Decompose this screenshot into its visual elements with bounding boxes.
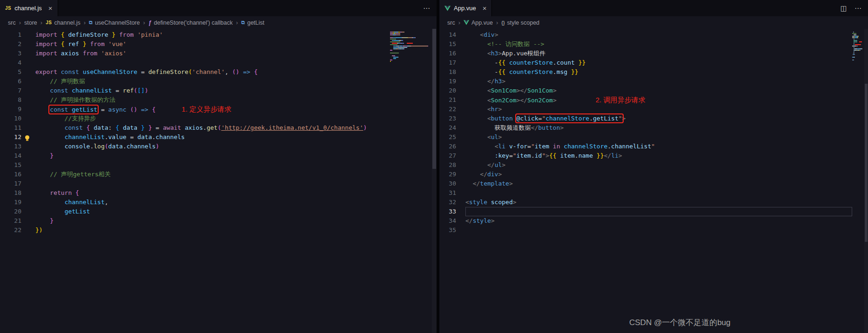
code-line[interactable]: 21 } (0, 216, 390, 226)
tab-channel-js[interactable]: JS channel.js × (0, 0, 58, 16)
more-actions-icon[interactable]: ⋯ (855, 4, 861, 13)
editor-group-right: App.vue × ◫ ⋯ src›App.vue›{}style scoped… (439, 0, 868, 333)
breadcrumb: src›store›JSchannel.js›⧉useChannelStore›… (0, 16, 437, 29)
line-number: 19 (0, 198, 21, 207)
minimap[interactable] (852, 29, 864, 333)
breadcrumb-item[interactable]: JSchannel.js (46, 20, 81, 26)
line-number: 13 (0, 142, 21, 151)
code-line[interactable]: 30 </template> (439, 179, 852, 188)
code-line[interactable]: 7 const channelList = ref([]) (0, 86, 390, 95)
line-number: 35 (439, 226, 456, 235)
code-line[interactable]: 1import { defineStore } from 'pinia' (0, 30, 390, 40)
line-number: 18 (439, 67, 456, 77)
code-line[interactable]: 33 (439, 207, 852, 216)
line-number: 16 (439, 49, 456, 58)
line-number: 14 (439, 30, 456, 40)
code-line[interactable]: 14 <div> (439, 30, 852, 40)
code-line[interactable]: 25 <ul> (439, 133, 852, 142)
more-actions-icon[interactable]: ⋯ (423, 4, 430, 13)
code-line[interactable]: 17 -{{ counterStore.count }} (439, 58, 852, 67)
breadcrumb-item[interactable]: App.vue (464, 20, 493, 26)
line-number: 25 (439, 133, 456, 142)
breadcrumb-item[interactable]: store (24, 20, 37, 26)
code-line[interactable]: 22 <hr> (439, 105, 852, 114)
tab-label: channel.js (14, 5, 42, 12)
code-line[interactable]: 15 <!-- 访问数据 --> (439, 40, 852, 49)
close-icon[interactable]: × (48, 5, 53, 12)
code-line[interactable]: 24 获取频道数据</button> (439, 123, 852, 133)
code-line[interactable]: 19 </h3> (439, 77, 852, 86)
breadcrumb-item[interactable]: {}style scoped (501, 20, 539, 26)
breadcrumb-separator: › (19, 19, 21, 26)
code-line[interactable]: 20 <Son1Com></Son1Com> (439, 86, 852, 95)
tab-bar-left: JS channel.js × ⋯ (0, 0, 437, 16)
scrollbar[interactable] (432, 29, 437, 333)
code-line[interactable]: 26 <li v-for="item in channelStore.chann… (439, 142, 852, 151)
code-line[interactable]: 19 channelList, (0, 198, 390, 207)
minimap[interactable] (390, 29, 432, 333)
line-number: 10 (0, 114, 21, 123)
code-line[interactable]: 18 return { (0, 188, 390, 198)
lightbulb-icon[interactable] (25, 135, 29, 140)
scrollbar-thumb[interactable] (432, 29, 436, 169)
line-number: 31 (439, 188, 456, 198)
scrollbar-thumb[interactable] (865, 84, 868, 242)
code-line[interactable]: 10 //支持异步 (0, 114, 390, 123)
scrollbar[interactable] (864, 29, 868, 333)
line-number: 9 (0, 105, 21, 114)
line-number: 17 (439, 58, 456, 67)
breadcrumb-item[interactable]: src (8, 20, 16, 26)
code-line[interactable]: 12 channelList.value = data.channels (0, 133, 390, 142)
code-line[interactable]: 5export const useChannelStore = defineSt… (0, 67, 390, 77)
code-line[interactable]: 29 </div> (439, 170, 852, 179)
code-editor-right[interactable]: 14 <div>15 <!-- 访问数据 -->16 <h3>App.vue根组… (439, 29, 868, 333)
watermark: CSDN @一个微不足道的bug (629, 317, 731, 328)
code-line[interactable]: 3import axios from 'axios' (0, 49, 390, 58)
line-number: 8 (0, 95, 21, 105)
code-line[interactable]: 8 // 声明操作数据的方法 (0, 95, 390, 105)
breadcrumb-item[interactable]: ⧉getList (241, 20, 264, 26)
code-line[interactable]: 11 const { data: { data } } = await axio… (0, 123, 390, 133)
code-line[interactable]: 16 // 声明getters相关 (0, 170, 390, 179)
code-line[interactable]: 17 (0, 179, 390, 188)
code-line[interactable]: 27 :key="item.id">{{ item.name }}</li> (439, 151, 852, 160)
code-line[interactable]: 31 (439, 188, 852, 198)
code-line[interactable]: 15 (0, 160, 390, 170)
line-number: 32 (439, 198, 456, 207)
line-number: 27 (439, 151, 456, 160)
split-editor-icon[interactable]: ◫ (841, 4, 847, 13)
line-number: 22 (439, 105, 456, 114)
code-area[interactable]: 1import { defineStore } from 'pinia'2imp… (0, 29, 390, 333)
code-line[interactable]: 35 (439, 226, 852, 235)
breadcrumb-item[interactable]: ƒdefineStore('channel') callback (148, 20, 233, 26)
code-line[interactable]: 14 } (0, 151, 390, 160)
annotation-text: 1. 定义异步请求 (182, 105, 231, 113)
breadcrumb-separator: › (40, 19, 42, 26)
code-line[interactable]: 32<style scoped> (439, 198, 852, 207)
code-line[interactable]: 22}) (0, 226, 390, 235)
code-line[interactable]: 6 // 声明数据 (0, 77, 390, 86)
code-line[interactable]: 4 (0, 58, 390, 67)
code-line[interactable]: 13 console.log(data.channels) (0, 142, 390, 151)
line-number: 22 (0, 226, 21, 235)
tab-label: App.vue (454, 5, 476, 12)
code-line[interactable]: 2import { ref } from 'vue' (0, 40, 390, 49)
tab-app-vue[interactable]: App.vue × (439, 0, 492, 16)
code-line[interactable]: 9 const getList = async () => {1. 定义异步请求 (0, 105, 390, 114)
line-number: 20 (439, 86, 456, 95)
code-editor-left[interactable]: 1import { defineStore } from 'pinia'2imp… (0, 29, 437, 333)
breadcrumb-item[interactable]: ⧉useChannelStore (89, 20, 140, 26)
code-line[interactable]: 34</style> (439, 216, 852, 226)
breadcrumb-item[interactable]: src (447, 20, 455, 26)
code-line[interactable]: 16 <h3>App.vue根组件 (439, 49, 852, 58)
code-area[interactable]: 14 <div>15 <!-- 访问数据 -->16 <h3>App.vue根组… (439, 29, 852, 333)
code-line[interactable]: 21 <Son2Com></Son2Com>2. 调用异步请求 (439, 95, 852, 105)
line-number: 21 (0, 216, 21, 226)
breadcrumb-separator: › (84, 19, 86, 26)
code-line[interactable]: 23 <button @click="channelStore.getList"… (439, 114, 852, 123)
code-line[interactable]: 20 getList (0, 207, 390, 216)
code-line[interactable]: 18 -{{ counterStore.msg }} (439, 67, 852, 77)
code-line[interactable]: 28 </ul> (439, 160, 852, 170)
line-number: 12 (0, 133, 21, 142)
close-icon[interactable]: × (483, 5, 487, 12)
